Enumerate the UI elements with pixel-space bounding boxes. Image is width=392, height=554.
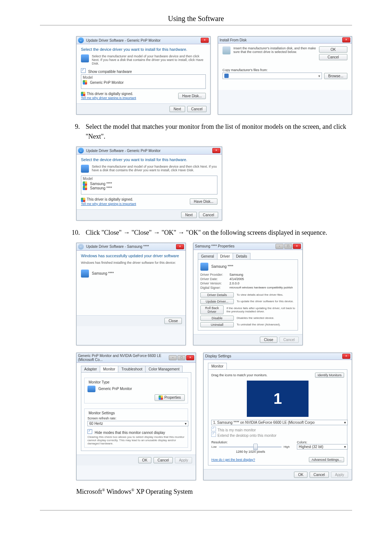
step-number: 10. xyxy=(65,228,86,238)
monitor-type-value: Generic PnP Monitor xyxy=(98,387,132,391)
close-button[interactable]: Close xyxy=(260,337,277,343)
ok-button[interactable]: OK xyxy=(138,457,151,463)
signing-important-link[interactable]: Tell me why driver signing is important xyxy=(81,202,136,206)
advanced-settings-button[interactable]: Advanced Settings... xyxy=(309,457,344,462)
tab-general[interactable]: General xyxy=(198,253,217,259)
refresh-rate-dropdown[interactable]: 60 Hertz ▾ xyxy=(87,421,188,426)
back-icon[interactable]: ← xyxy=(78,37,84,43)
shield-icon xyxy=(83,186,87,190)
close-icon[interactable]: × xyxy=(293,244,301,249)
select-driver-subtext: Select the manufacturer and model of you… xyxy=(92,165,217,173)
tab-driver[interactable]: Driver xyxy=(217,253,233,259)
driver-details-button[interactable]: Driver Details xyxy=(200,292,234,297)
drag-icons-text: Drag the icons to match your monitors. xyxy=(211,373,268,377)
close-button[interactable]: Close xyxy=(164,318,182,324)
cancel-button[interactable]: Cancel xyxy=(199,212,218,218)
step-text: Click "Close" → "Close" → "OK" → "OK" on… xyxy=(86,228,352,238)
cancel-button: Cancel xyxy=(279,337,299,343)
window-title: Install From Disk xyxy=(220,38,246,42)
shield-icon xyxy=(81,198,85,202)
ifd-text: Insert the manufacturer's installation d… xyxy=(233,46,316,60)
have-disk-button[interactable]: Have Disk... xyxy=(178,93,206,99)
browse-button[interactable]: Browse... xyxy=(324,73,347,79)
monitor-icon xyxy=(81,54,89,62)
monitor-icon xyxy=(200,263,208,271)
ok-button[interactable]: OK xyxy=(319,46,347,53)
chevron-down-icon: ▾ xyxy=(344,420,346,424)
tab-details[interactable]: Details xyxy=(233,253,250,259)
resolution-slider[interactable] xyxy=(219,446,282,448)
resolution-high: High xyxy=(284,445,290,448)
monitor-preview-number: 1 xyxy=(273,390,282,407)
refresh-rate-label: Screen refresh rate: xyxy=(87,416,185,420)
next-button[interactable]: Next xyxy=(181,212,197,218)
back-icon: ← xyxy=(78,244,84,250)
close-icon[interactable]: × xyxy=(186,355,194,360)
driver-version-label: Driver Version: xyxy=(200,282,229,285)
maximize-icon[interactable]: □ xyxy=(177,355,185,360)
best-display-link[interactable]: How do I get the best display? xyxy=(211,458,255,461)
monitor-select-dropdown[interactable]: 1. Samsung **** on NVIDIA GeForce 6600 L… xyxy=(211,420,348,425)
hide-modes-checkbox[interactable] xyxy=(87,429,92,434)
page-title: Using the Software xyxy=(40,15,352,23)
close-icon[interactable]: × xyxy=(342,37,350,42)
window-title: Update Driver Software - Generic PnP Mon… xyxy=(86,38,160,42)
maximize-icon[interactable]: □ xyxy=(284,244,292,249)
update-driver-window: ← Update Driver Software - Generic PnP M… xyxy=(76,36,211,115)
update-driver-desc: To update the driver software for this d… xyxy=(237,300,294,303)
have-disk-button[interactable]: Have Disk... xyxy=(190,198,217,205)
rollback-driver-button[interactable]: Roll Back Driver xyxy=(200,305,224,314)
step-text: Select the model that matches your monit… xyxy=(86,122,352,141)
close-icon[interactable]: × xyxy=(176,244,184,249)
driver-provider-value: Samsung xyxy=(229,273,243,276)
digital-signer-value: microsoft windows hardware compatibility… xyxy=(229,286,293,290)
success-heading: Windows has successfully updated your dr… xyxy=(81,254,181,258)
tab-color-management[interactable]: Color Management xyxy=(145,366,183,372)
back-icon[interactable]: ← xyxy=(78,148,84,153)
window-title: Update Driver Software - Samsung **** xyxy=(86,245,149,249)
extend-desktop-label: Extend the desktop onto this monitor xyxy=(217,434,276,438)
tab-adapter[interactable]: Adapter xyxy=(81,366,100,372)
properties-button[interactable]: Properties xyxy=(155,394,185,401)
next-button[interactable]: Next xyxy=(170,106,185,112)
close-icon[interactable]: × xyxy=(201,38,209,43)
tab-monitor[interactable]: Monitor xyxy=(100,366,118,372)
colors-label: Colors: xyxy=(297,440,344,444)
uninstall-button[interactable]: Uninstall xyxy=(200,322,234,327)
signing-important-link[interactable]: Tell me why driver signing is important xyxy=(81,96,136,100)
update-driver-button[interactable]: Update Driver... xyxy=(200,299,234,304)
cancel-button[interactable]: Cancel xyxy=(319,54,347,60)
extend-desktop-checkbox xyxy=(211,432,216,437)
monitor-select-value: 1. Samsung **** on NVIDIA GeForce 6600 L… xyxy=(213,420,315,424)
driver-properties-window: Samsung **** Properties ‐ □ × General Dr… xyxy=(193,243,303,345)
minimize-icon[interactable]: ‐ xyxy=(275,244,283,249)
tab-monitor[interactable]: Monitor xyxy=(208,363,226,369)
driver-version-value: 2.0.0.0 xyxy=(229,282,240,285)
os-heading: Microsoft® Windows® XP Operating System xyxy=(76,488,352,496)
cancel-button[interactable]: Cancel xyxy=(310,472,329,478)
minimize-icon[interactable]: ‐ xyxy=(169,355,177,360)
uninstall-desc: To uninstall the driver (Advanced). xyxy=(237,323,281,326)
ok-button[interactable]: OK xyxy=(294,472,307,478)
hide-modes-desc: Clearing this check box allows you to se… xyxy=(87,435,185,445)
select-driver-heading: Select the device driver you want to ins… xyxy=(81,157,217,162)
model-list-item[interactable]: Generic PnP Monitor xyxy=(90,81,124,85)
cancel-button[interactable]: Cancel xyxy=(187,106,207,112)
tab-troubleshoot[interactable]: Troubleshoot xyxy=(118,366,146,372)
digital-signer-label: Digital Signer: xyxy=(200,286,229,290)
cancel-button[interactable]: Cancel xyxy=(154,457,173,463)
shield-icon xyxy=(83,80,87,85)
show-compatible-checkbox[interactable] xyxy=(81,68,86,73)
close-icon[interactable]: × xyxy=(342,354,350,359)
chevron-down-icon[interactable]: ▾ xyxy=(318,74,320,78)
identify-monitors-button[interactable]: Identify Monitors xyxy=(315,373,344,378)
colors-dropdown[interactable]: Highest (32 bit) ▾ xyxy=(297,444,348,450)
select-model-window: ← Update Driver Software - Generic PnP M… xyxy=(76,147,222,220)
shield-icon xyxy=(159,395,163,400)
model-list-item[interactable]: Samsung **** xyxy=(90,182,112,186)
disable-button[interactable]: Disable xyxy=(200,316,234,321)
driver-date-label: Driver Date: xyxy=(200,277,229,281)
model-list-item[interactable]: Samsung **** xyxy=(90,186,112,190)
close-icon[interactable]: × xyxy=(212,148,220,153)
monitor-preview[interactable]: 1 xyxy=(247,381,309,417)
